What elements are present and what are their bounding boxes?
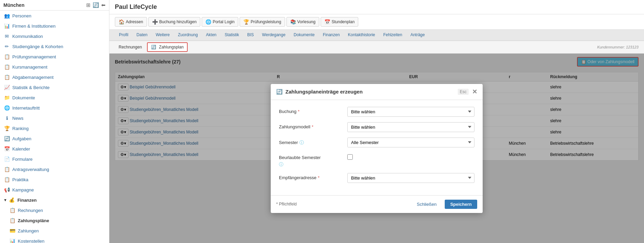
tab-dokumente[interactable]: Dokumente xyxy=(290,30,319,41)
sidebar-item-label: Antragsverwaltung xyxy=(12,167,49,172)
sidebar-item-news[interactable]: ℹ News xyxy=(0,113,109,123)
statistik-icon: 📈 xyxy=(3,84,10,91)
form-row-empfaengeradresse: Empfängeradresse * Bitte wählen xyxy=(279,173,474,183)
refresh-icon[interactable]: 🔄 xyxy=(93,2,99,8)
sidebar-item-praktika[interactable]: 📋 Praktika xyxy=(0,174,109,185)
form-label-semester: Semester ⓘ xyxy=(279,138,347,146)
tab-profil[interactable]: Profil xyxy=(115,30,132,41)
personen-icon: 👥 xyxy=(3,12,10,19)
semester-info-icon[interactable]: ⓘ xyxy=(299,140,304,146)
sidebar-item-pruefungsmanagement[interactable]: 📋 Prüfungsmanagement xyxy=(0,52,109,62)
save-button[interactable]: Speichern xyxy=(445,200,477,209)
sidebar-item-kalender[interactable]: 📅 Kalender xyxy=(0,144,109,154)
sub-tabs-bar: Rechnungen 🔄 Zahlungsplan Kundennummer: … xyxy=(109,41,644,54)
tab-zuordnung[interactable]: Zuordnung xyxy=(174,30,202,41)
kundennummer-display: Kundennummer: 123123 xyxy=(597,45,639,49)
vorlesung-button[interactable]: 📚 Vorlesung xyxy=(286,17,319,27)
sidebar-item-label: Aufgaben xyxy=(12,136,31,141)
sidebar-title: München xyxy=(3,2,24,8)
sidebar-item-label: Personen xyxy=(12,13,31,18)
tab-antraege[interactable]: Anträge xyxy=(406,30,429,41)
pruefungsleistung-button[interactable]: 🏆 Prüfungsleistung xyxy=(240,17,285,27)
grid-icon[interactable]: ⊞ xyxy=(86,2,91,8)
sidebar-item-zahlungen[interactable]: 💳 Zahlungen xyxy=(0,226,109,236)
kalender-icon: 📅 xyxy=(3,145,10,152)
adressen-button[interactable]: 🏠 Adressen xyxy=(115,17,147,27)
sidebar-item-label: Formulare xyxy=(12,157,32,162)
sub-tab-zahlungsplan[interactable]: 🔄 Zahlungsplan xyxy=(147,42,188,52)
adressen-icon: 🏠 xyxy=(119,19,124,25)
sidebar-item-kostenstellen[interactable]: 📊 Kostenstellen xyxy=(0,236,109,243)
kostenstellen-icon: 📊 xyxy=(9,238,16,243)
zahlungsmodell-select[interactable]: Bitte wählen xyxy=(347,122,474,132)
pruefungsleistung-icon: 🏆 xyxy=(243,19,249,25)
buchung-select[interactable]: Bitte wählen xyxy=(347,107,474,117)
sidebar-item-personen[interactable]: 👥 Personen xyxy=(0,11,109,21)
studiengaenge-icon: ✏ xyxy=(3,43,10,50)
sidebar-item-studiengaenge[interactable]: ✏ Studiengänge & Kohorten xyxy=(0,41,109,52)
beurlaubte-checkbox[interactable] xyxy=(347,154,353,160)
expand-icon: ▼ xyxy=(3,198,7,202)
sidebar-item-ranking[interactable]: 🏆 Ranking xyxy=(0,123,109,133)
sidebar-item-antragsverwaltung[interactable]: 📋 Antragsverwaltung xyxy=(0,164,109,174)
sidebar-item-finanzen[interactable]: ▼ 💰 Finanzen xyxy=(0,195,109,205)
modal-title-icon: 🔄 xyxy=(276,89,283,95)
pruefungsleistung-label: Prüfungsleistung xyxy=(251,19,281,24)
firmen-icon: 📊 xyxy=(3,23,10,29)
sidebar-item-zahlungsplaene[interactable]: 📋 Zahlungspläne xyxy=(0,215,109,226)
sidebar-item-abgabemanagement[interactable]: 📋 Abgabemanagement xyxy=(0,72,109,82)
close-button[interactable]: Schließen xyxy=(411,200,442,209)
sidebar-item-label: Internetauftritt xyxy=(12,105,40,111)
form-row-semester: Semester ⓘ Alle Semester xyxy=(279,138,474,147)
tab-bis[interactable]: BIS xyxy=(243,30,258,41)
sidebar-item-label: Zahlungspläne xyxy=(18,218,49,223)
tab-fehlzeiten[interactable]: Fehlzeiten xyxy=(379,30,406,41)
form-label-empfaengeradresse: Empfängeradresse * xyxy=(279,173,347,180)
form-label-buchung: Buchung * xyxy=(279,107,347,114)
tab-kontakthistorie[interactable]: Kontakthistorie xyxy=(344,30,379,41)
toolbar: 🏠 Adressen ➕ Buchung hinzufügen 🌐 Portal… xyxy=(109,14,644,30)
sidebar-item-label: Abgabemanagement xyxy=(12,75,54,80)
sidebar-item-aufgaben[interactable]: 🔄 Aufgaben xyxy=(0,133,109,144)
sidebar-item-dokumente[interactable]: 📁 Dokumente xyxy=(0,92,109,103)
sidebar-item-kampagne[interactable]: 📢 Kampagne xyxy=(0,185,109,195)
tab-weitere[interactable]: Weitere xyxy=(151,30,174,41)
back-arrow-icon[interactable]: ⬅ xyxy=(101,2,106,8)
sidebar-item-kursmanagement[interactable]: 📋 Kursmanagement xyxy=(0,62,109,72)
sidebar-item-firmen[interactable]: 📊 Firmen & Institutionen xyxy=(0,21,109,31)
stundenplan-icon: 📅 xyxy=(324,19,330,25)
form-control-empfaengeradresse: Bitte wählen xyxy=(347,173,474,183)
modal-overlay[interactable]: 🔄 Zahlungsplaneinträge erzeugen Esc ✕ Bu… xyxy=(109,54,644,243)
buchung-button[interactable]: ➕ Buchung hinzufügen xyxy=(148,17,200,27)
sidebar-item-internetauftritt[interactable]: 🌐 Internetauftritt xyxy=(0,103,109,113)
tab-werdegange[interactable]: Werdegange xyxy=(258,30,290,41)
sidebar-item-label: Praktika xyxy=(12,177,28,182)
sidebar-item-formulare[interactable]: 📄 Formulare xyxy=(0,154,109,164)
modal-close-button[interactable]: ✕ xyxy=(472,88,477,96)
semester-select[interactable]: Alle Semester xyxy=(347,138,474,147)
sidebar-item-kommunikation[interactable]: ✉ Kommunikation xyxy=(0,31,109,41)
sidebar-item-label: Kursmanagement xyxy=(12,65,48,70)
sidebar-item-statistik[interactable]: 📈 Statistik & Berichte xyxy=(0,82,109,92)
sub-tab-rechnungen[interactable]: Rechnungen xyxy=(115,43,146,52)
beurlaubte-info-icon[interactable]: ⓘ xyxy=(279,161,321,168)
vorlesung-label: Vorlesung xyxy=(297,19,316,24)
tab-finanzen[interactable]: Finanzen xyxy=(319,30,344,41)
tab-statistik[interactable]: Statistik xyxy=(220,30,243,41)
antragsverwaltung-icon: 📋 xyxy=(3,166,10,173)
sidebar-item-rechnungen[interactable]: 📋 Rechnungen xyxy=(0,205,109,215)
empfaengeradresse-select[interactable]: Bitte wählen xyxy=(347,173,474,183)
adressen-label: Adressen xyxy=(126,19,143,24)
stundenplan-button[interactable]: 📅 Stundenplan xyxy=(321,17,358,27)
abgabemanagement-icon: 📋 xyxy=(3,74,10,81)
form-control-semester: Alle Semester xyxy=(347,138,474,147)
sidebar-item-label: Kostenstellen xyxy=(18,239,44,243)
tab-daten[interactable]: Daten xyxy=(132,30,151,41)
page-title: Paul LifeCycle xyxy=(115,3,157,10)
sidebar-item-label: Statistik & Berichte xyxy=(12,85,50,90)
sidebar-header: München ⊞ 🔄 ⬅ xyxy=(0,0,109,11)
main-header: Paul LifeCycle xyxy=(109,0,644,14)
tab-akten[interactable]: Akten xyxy=(202,30,221,41)
zahlungsplan-icon: 🔄 xyxy=(151,45,156,49)
portal-login-button[interactable]: 🌐 Portal Login xyxy=(202,17,238,27)
